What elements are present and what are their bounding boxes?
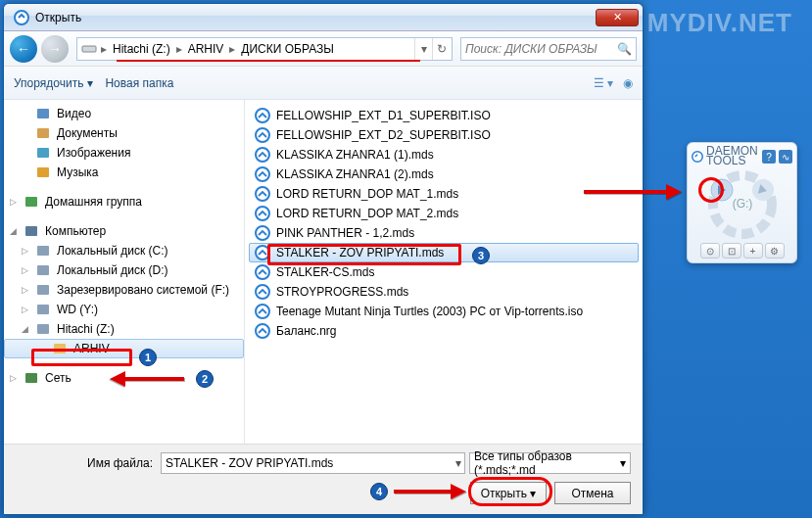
svg-point-20 <box>256 207 269 220</box>
file-item[interactable]: STROYPROGRESS.mds <box>249 282 639 302</box>
cancel-button[interactable]: Отмена <box>554 482 631 504</box>
bottom-bar: Имя файла: ▾ Все типы образов (*.mds;*.m… <box>4 444 643 514</box>
open-button[interactable]: Открыть ▾ <box>470 482 547 504</box>
tree-computer[interactable]: ◢Компьютер <box>4 221 244 241</box>
gadget-rss-button[interactable]: ∿ <box>779 150 792 164</box>
gadget-dial[interactable]: (G:) <box>703 170 782 239</box>
svg-rect-1 <box>82 46 96 52</box>
svg-point-17 <box>256 148 269 162</box>
svg-rect-2 <box>37 109 49 118</box>
svg-rect-14 <box>25 373 37 383</box>
chevron-down-icon: ▾ <box>87 76 93 90</box>
svg-point-19 <box>256 187 269 201</box>
tree-drive-5[interactable]: ARHIV <box>4 339 244 358</box>
file-item[interactable]: LORD RETURN_DOP MAT_1.mds <box>249 184 639 204</box>
file-list[interactable]: FELLOWSHIP_EXT_D1_SUPERBIT.ISOFELLOWSHIP… <box>245 100 643 444</box>
gadget-btn-4[interactable]: ⚙ <box>765 243 785 259</box>
forward-arrow-icon: → <box>48 41 62 57</box>
file-item[interactable]: Баланс.nrg <box>249 321 639 341</box>
chevron-down-icon: ▾ <box>620 456 626 470</box>
dialog-title: Открыть <box>35 11 596 24</box>
tree-drive-2[interactable]: ▷Зарезервировано системой (F:) <box>4 280 244 300</box>
file-item[interactable]: KLASSIKA ZHANRA1 (1).mds <box>249 145 639 165</box>
organize-menu[interactable]: Упорядочить ▾ <box>14 76 93 90</box>
search-icon: 🔍 <box>617 42 632 56</box>
breadcrumb-seg-2[interactable]: ДИСКИ ОБРАЗЫ <box>237 42 338 56</box>
annotation-underline <box>117 60 420 62</box>
folder-tree[interactable]: ВидеоДокументыИзображенияМузыка▷Домашняя… <box>4 100 245 444</box>
svg-point-21 <box>256 226 269 240</box>
tree-drive-3[interactable]: ▷WD (Y:) <box>4 300 244 319</box>
tree-item-doc[interactable]: Документы <box>4 123 244 143</box>
dialog-body: ВидеоДокументыИзображенияМузыка▷Домашняя… <box>4 100 643 444</box>
file-item[interactable]: KLASSIKA ZHANRA1 (2).mds <box>249 165 639 184</box>
back-button[interactable]: ← <box>10 35 37 63</box>
back-arrow-icon: ← <box>17 41 30 57</box>
svg-point-24 <box>256 285 269 299</box>
search-box[interactable]: 🔍 <box>460 37 637 61</box>
file-item[interactable]: LORD RETURN_DOP MAT_2.mds <box>249 204 639 223</box>
close-button[interactable]: ✕ <box>596 9 639 26</box>
search-input[interactable] <box>465 42 617 56</box>
filename-label: Имя файла: <box>16 456 153 470</box>
breadcrumb-seg-1[interactable]: ARHIV <box>184 42 228 56</box>
svg-rect-3 <box>37 128 49 138</box>
tree-drive-1[interactable]: ▷Локальный диск (D:) <box>4 260 244 280</box>
svg-point-27 <box>693 152 703 163</box>
file-item[interactable]: STALKER - ZOV PRIPYATI.mds <box>249 243 639 262</box>
file-item[interactable]: FELLOWSHIP_EXT_D2_SUPERBIT.ISO <box>249 125 639 145</box>
gadget-btn-1[interactable]: ⊙ <box>700 243 720 259</box>
tree-item-image[interactable]: Изображения <box>4 143 244 163</box>
toolbar: Упорядочить ▾ Новая папка ☰ ▾ ◉ <box>4 67 643 100</box>
daemon-tools-gadget[interactable]: DAEMONTOOLS ? ∿ (G:) ⊙ ⊡ + ⚙ <box>687 142 797 263</box>
breadcrumb-seg-0[interactable]: Hitachi (Z:) <box>109 42 174 56</box>
breadcrumb-separator: ▸ <box>174 42 184 56</box>
tree-network[interactable]: ▷Сеть <box>4 368 244 388</box>
filename-dropdown[interactable]: ▾ <box>455 456 461 470</box>
breadcrumb-dropdown[interactable]: ▾ <box>414 38 432 60</box>
tree-item-video[interactable]: Видео <box>4 104 244 123</box>
svg-point-18 <box>256 167 269 181</box>
tree-drive-0[interactable]: ▷Локальный диск (C:) <box>4 241 244 260</box>
refresh-button[interactable]: ↻ <box>432 38 450 60</box>
titlebar: Открыть ✕ <box>4 4 643 31</box>
svg-point-23 <box>256 265 269 279</box>
breadcrumb[interactable]: ▸ Hitachi (Z:) ▸ ARHIV ▸ ДИСКИ ОБРАЗЫ ▾ … <box>76 37 453 61</box>
svg-rect-5 <box>37 167 49 177</box>
svg-point-15 <box>256 109 269 122</box>
view-options-button[interactable]: ☰ ▾ <box>594 76 613 90</box>
drive-icon <box>81 41 97 57</box>
gadget-btn-3[interactable]: + <box>743 243 763 259</box>
filename-input[interactable] <box>161 452 465 474</box>
svg-rect-10 <box>37 285 49 295</box>
forward-button[interactable]: → <box>41 35 69 63</box>
navbar: ← → ▸ Hitachi (Z:) ▸ ARHIV ▸ ДИСКИ ОБРАЗ… <box>4 31 643 67</box>
file-item[interactable]: Teenage Mutant Ninja Turtles (2003) PC о… <box>249 302 639 321</box>
open-file-dialog: Открыть ✕ ← → ▸ Hitachi (Z:) ▸ ARHIV ▸ Д… <box>3 3 644 515</box>
breadcrumb-separator: ▸ <box>227 42 237 56</box>
breadcrumb-separator: ▸ <box>99 42 109 56</box>
svg-point-26 <box>256 324 269 338</box>
file-item[interactable]: FELLOWSHIP_EXT_D1_SUPERBIT.ISO <box>249 106 639 125</box>
svg-point-0 <box>15 11 28 24</box>
svg-rect-11 <box>37 305 49 314</box>
watermark-text: MYDIV.NET <box>647 8 792 38</box>
gadget-help-button[interactable]: ? <box>762 150 776 164</box>
filetype-select[interactable]: Все типы образов (*.mds;*.md▾ <box>469 452 631 474</box>
help-button[interactable]: ◉ <box>623 76 633 90</box>
tree-drive-4[interactable]: ◢Hitachi (Z:) <box>4 319 244 339</box>
svg-rect-12 <box>37 324 49 334</box>
gadget-drive-label: (G:) <box>732 197 752 211</box>
annotation-arrow-gadget-head <box>666 184 682 200</box>
svg-rect-7 <box>25 226 37 236</box>
gadget-title: DAEMONTOOLS <box>706 147 759 166</box>
new-folder-button[interactable]: Новая папка <box>105 76 173 90</box>
file-item[interactable]: PINK PANTHER - 1,2.mds <box>249 223 639 243</box>
tree-homegroup[interactable]: ▷Домашняя группа <box>4 192 244 212</box>
svg-point-22 <box>256 246 269 259</box>
gadget-btn-2[interactable]: ⊡ <box>722 243 741 259</box>
file-item[interactable]: STALKER-CS.mds <box>249 262 639 282</box>
svg-point-25 <box>256 305 269 318</box>
tree-item-music[interactable]: Музыка <box>4 163 244 182</box>
svg-rect-6 <box>25 197 37 207</box>
